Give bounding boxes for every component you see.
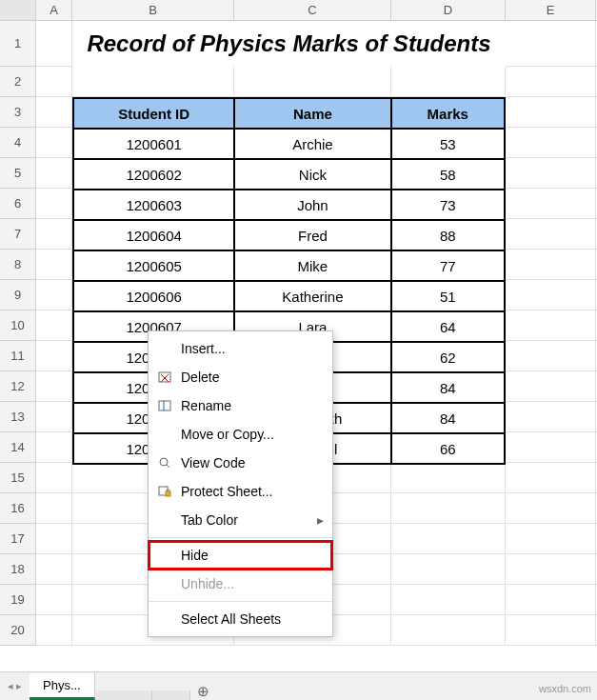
col-header-d[interactable]: D [391, 0, 506, 20]
col-header-e[interactable]: E [506, 0, 596, 20]
tab-nav-buttons[interactable]: ◂ ▸ [0, 680, 30, 692]
row-header[interactable]: 14 [0, 432, 35, 463]
view-code-icon [149, 455, 181, 470]
svg-rect-1 [159, 401, 170, 410]
row-header[interactable]: 19 [0, 585, 35, 615]
col-marks: Marks [391, 98, 505, 129]
menu-tab-color[interactable]: Tab Color ▸ [149, 506, 332, 534]
svg-rect-4 [166, 491, 170, 496]
row-header[interactable]: 3 [0, 97, 35, 128]
add-sheet-button[interactable]: ⊕ [190, 683, 217, 700]
sheet-tab-hidden2[interactable] [152, 690, 190, 700]
rename-icon [149, 398, 181, 413]
row-header[interactable]: 4 [0, 128, 35, 158]
menu-hide[interactable]: Hide [149, 541, 332, 570]
chevron-left-icon[interactable]: ◂ [8, 680, 13, 692]
col-header-c[interactable]: C [234, 0, 391, 20]
separator [149, 537, 332, 538]
select-all-corner[interactable] [0, 0, 36, 20]
row-header[interactable]: 18 [0, 554, 35, 585]
sheet-tab-hidden[interactable] [95, 690, 152, 700]
menu-select-all-sheets[interactable]: Select All Sheets [149, 605, 332, 633]
row-header[interactable]: 9 [0, 280, 35, 310]
row-header[interactable]: 17 [0, 524, 35, 554]
row-header[interactable]: 12 [0, 371, 35, 402]
sheet-tab-bar: ◂ ▸ Phys... ⊕ [0, 671, 597, 700]
row-header[interactable]: 8 [0, 250, 35, 280]
row-header[interactable]: 13 [0, 402, 35, 432]
sheet-tab-physics[interactable]: Phys... [30, 673, 95, 700]
chevron-right-icon[interactable]: ▸ [16, 680, 22, 692]
page-title: Record of Physics Marks of Students [72, 21, 506, 67]
row-header[interactable]: 10 [0, 310, 35, 341]
svg-point-2 [160, 458, 168, 466]
row-header[interactable]: 11 [0, 341, 35, 371]
table-row: 1200601Archie53 [73, 129, 505, 159]
menu-view-code[interactable]: View Code [149, 449, 332, 477]
col-header-b[interactable]: B [72, 0, 234, 20]
menu-rename[interactable]: Rename [149, 391, 332, 420]
chevron-right-icon: ▸ [308, 512, 332, 528]
row-header[interactable]: 7 [0, 219, 35, 250]
menu-protect-sheet[interactable]: Protect Sheet... [149, 477, 332, 506]
row-headers: 1 2 3 4 5 6 7 8 9 10 11 12 13 14 15 16 1… [0, 21, 36, 646]
table-row: 1200603John73 [73, 190, 505, 220]
menu-move-copy[interactable]: Move or Copy... [149, 420, 332, 449]
watermark: wsxdn.com [539, 683, 591, 694]
col-student-id: Student ID [73, 98, 234, 129]
table-row: 1200604Fred88 [73, 220, 505, 250]
table-row: 1200605Mike77 [73, 250, 505, 281]
menu-unhide: Unhide... [149, 570, 332, 598]
col-header-a[interactable]: A [36, 0, 72, 20]
row-header[interactable]: 16 [0, 493, 35, 524]
row-header[interactable]: 20 [0, 615, 35, 646]
row-header[interactable]: 2 [0, 67, 35, 97]
svg-rect-0 [159, 372, 170, 382]
column-headers: A B C D E [0, 0, 597, 21]
row-header[interactable]: 6 [0, 189, 35, 219]
col-name: Name [234, 98, 390, 129]
delete-icon [149, 370, 181, 385]
table-row: 1200606Katherine51 [73, 281, 505, 311]
row-header[interactable]: 5 [0, 158, 35, 189]
protect-icon [149, 484, 181, 499]
row-header[interactable]: 1 [0, 21, 35, 67]
menu-delete[interactable]: Delete [149, 363, 332, 391]
sheet-context-menu: Insert... Delete Rename Move or Copy... … [148, 330, 333, 637]
row-header[interactable]: 15 [0, 463, 35, 493]
table-row: 1200602Nick58 [73, 159, 505, 190]
menu-insert[interactable]: Insert... [149, 334, 332, 363]
separator [149, 601, 332, 602]
